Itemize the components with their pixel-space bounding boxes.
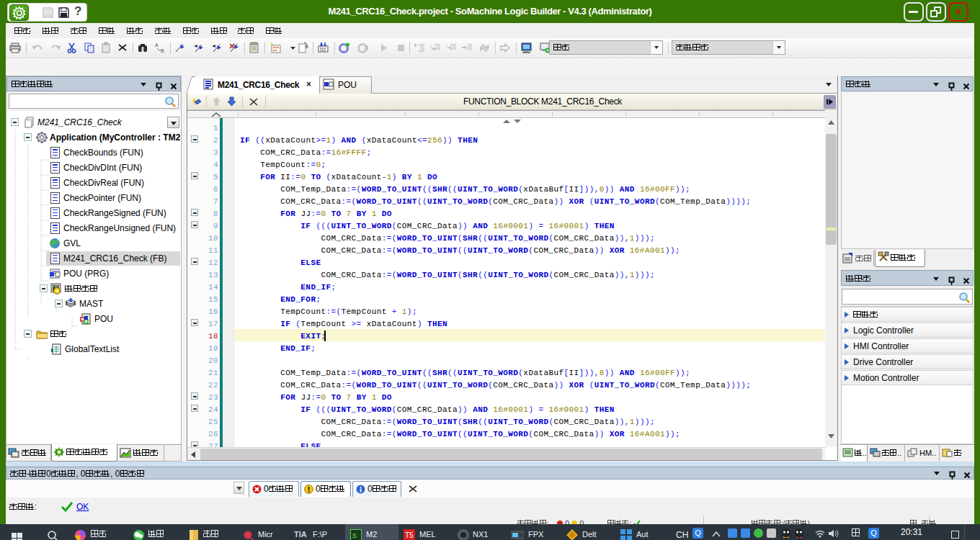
svg-text:S: S <box>352 532 357 539</box>
svg-text:T5: T5 <box>405 531 414 539</box>
